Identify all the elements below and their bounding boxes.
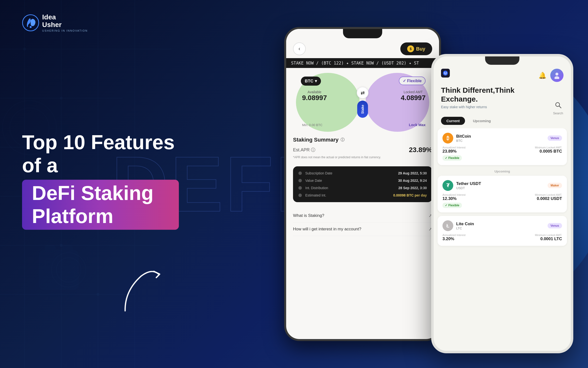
coin-ticker: USDT (456, 186, 481, 190)
stake-button[interactable]: Stake (357, 101, 368, 118)
logo-tagline: USHERING IN INNOVATION (42, 29, 88, 32)
coin-ticker: BTC (456, 139, 471, 143)
info-row-value: Value Date 30 Aug 2022, 9:24 (298, 179, 427, 183)
phones-container: ‹ $ Buy STAKE NOW / (BTC 122) ✦ STAKE NO… (284, 12, 573, 356)
svg-point-34 (555, 73, 558, 76)
flexible-badge: ✓ Flexible (442, 203, 462, 208)
user-avatar[interactable] (550, 69, 564, 82)
coin-name: Tether USDT (456, 181, 481, 186)
venn-center-controls: ⇄ Stake (357, 87, 368, 118)
coin-card-tether: ₮ Tether USDT USDT Maker Annualized Inte… (438, 176, 567, 212)
coin-name: Lite Coin (456, 222, 474, 226)
tab-current[interactable]: Current (441, 117, 465, 125)
section-upcoming-label: Upcoming (438, 169, 567, 176)
svg-point-35 (554, 76, 559, 79)
venn-diagram: BTC ▾ ✓ Flexible Available 9.08997 Locke… (286, 68, 439, 137)
ltc-icon: Ł (442, 220, 453, 231)
tab-upcoming[interactable]: Upcoming (467, 117, 496, 125)
coin-card-bitcoin: ₿ BitCoin BTC Venus Annualized Interest … (438, 128, 567, 165)
apr-row: Est.APR ⓘ 23.89% (293, 146, 432, 154)
coin-info: ₮ Tether USDT USDT (442, 180, 481, 191)
svg-rect-26 (62, 245, 72, 251)
search-icon[interactable] (553, 100, 564, 110)
svg-rect-28 (62, 259, 75, 267)
phone1-content: ‹ $ Buy STAKE NOW / (BTC 122) ✦ STAKE NO… (286, 29, 439, 339)
coin-list: ₿ BitCoin BTC Venus Annualized Interest … (434, 128, 571, 351)
btc-icon: ₿ (442, 133, 453, 144)
title-line1: Top 10 Features of a (22, 131, 179, 177)
svg-rect-29 (43, 272, 75, 277)
coin-badge-venus: Venus (548, 223, 562, 228)
svg-rect-24 (39, 250, 78, 289)
lock-max[interactable]: Lock Max (409, 123, 426, 127)
staking-summary: Staking Summary ⓘ Est.APR ⓘ 23.89% *APR … (286, 137, 439, 163)
svg-point-11 (60, 97, 62, 99)
coin-stats: Annualized Interest 3.20% Minimum Locked… (442, 234, 562, 241)
logo: Idea Usher USHERING IN INNOVATION (22, 13, 88, 32)
svg-point-31 (30, 26, 32, 28)
bell-icon[interactable]: 🔔 (539, 72, 546, 79)
coin-card-litecoin: Ł Lite Coin LTC Venus Annualized Interes… (438, 216, 567, 246)
svg-point-10 (23, 48, 26, 50)
info-dot (298, 194, 302, 197)
phone1-notch (343, 29, 382, 38)
coin-symbol-icon: $ (407, 45, 414, 52)
btc-dropdown[interactable]: BTC ▾ (301, 77, 321, 86)
svg-line-37 (559, 106, 561, 108)
header-icons: 🔔 (539, 69, 564, 82)
logo-usher: Usher (42, 21, 88, 29)
main-title: Top 10 Features of a DeFi Staking Platfo… (22, 131, 179, 230)
coin-badge-venus: Venus (548, 135, 562, 141)
logo-idea: Idea (42, 13, 88, 21)
ticker-bar: STAKE NOW / (BTC 122) ✦ STAKE NOW / (USD… (286, 58, 439, 68)
coin-card-header: Ł Lite Coin LTC Venus (442, 220, 562, 231)
phone1: ‹ $ Buy STAKE NOW / (BTC 122) ✦ STAKE NO… (284, 27, 441, 341)
info-row-subscription: Subscription Date 29 Aug 2022, 5:30 (298, 171, 427, 175)
faq-section: What is Staking? ↗ How will i get intere… (286, 205, 439, 240)
exchange-subtitle: Easy stake with higher returns (441, 105, 564, 109)
coin-card-header: ₿ BitCoin BTC Venus (442, 133, 562, 144)
phone2-content: U 🔔 (434, 56, 571, 351)
svg-point-15 (97, 293, 99, 296)
title-highlight: DeFi Staking Platform (22, 180, 179, 230)
info-dot (298, 171, 302, 175)
svg-rect-25 (45, 245, 55, 251)
faq-item-1[interactable]: What is Staking? ↗ (293, 209, 432, 223)
coin-info: Ł Lite Coin LTC (442, 220, 474, 231)
info-box: Subscription Date 29 Aug 2022, 5:30 Valu… (293, 166, 432, 202)
info-dot (298, 179, 302, 182)
flexible-badge: ✓ Flexible (442, 155, 462, 161)
phone2-notch (485, 56, 519, 65)
locked-amount: Locked AMT 4.08997 (401, 90, 426, 102)
info-row-estimated: Estimated Int. 0.00098 BTC per day (298, 193, 427, 197)
search-area: Search (553, 100, 564, 115)
svg-rect-21 (0, 125, 3, 131)
coin-ticker: LTC (456, 226, 474, 230)
min-amount: Min: 0.00 BTC (302, 123, 322, 127)
usdt-icon: ₮ (442, 180, 453, 191)
svg-rect-18 (26, 97, 32, 104)
coin-badge-maker: Maker (548, 183, 562, 188)
coin-info: ₿ BitCoin BTC (442, 133, 471, 144)
svg-text:U: U (444, 71, 447, 75)
svg-point-14 (60, 244, 62, 247)
back-button[interactable]: ‹ (293, 42, 306, 55)
info-dot (298, 186, 302, 190)
coin-tabs: Current Upcoming (434, 117, 571, 128)
flexible-badge[interactable]: ✓ Flexible (399, 77, 426, 85)
apr-note: *APR does not mean the actual or predict… (293, 155, 432, 159)
app-logo-icon: U (441, 69, 450, 78)
coin-stats: Annualized Interest 23.89% Minimum Locke… (442, 146, 562, 154)
svg-rect-20 (61, 125, 68, 131)
svg-rect-27 (45, 259, 58, 267)
hero-content: Top 10 Features of a DeFi Staking Platfo… (22, 131, 179, 237)
coin-name: BitCoin (456, 134, 471, 139)
ticker-text: STAKE NOW / (BTC 122) ✦ STAKE NOW / (USD… (291, 61, 419, 66)
swap-button[interactable]: ⇄ (357, 87, 368, 99)
available-amount: Available 9.08997 (302, 90, 327, 102)
coin-stats: Annualized Interest 12.30% Minimum Locke… (442, 193, 562, 201)
coin-card-header: ₮ Tether USDT USDT Maker (442, 180, 562, 191)
buy-button[interactable]: $ Buy (400, 42, 432, 55)
faq-item-2[interactable]: How will i get interest in my account? ↗ (293, 223, 432, 236)
summary-title: Staking Summary ⓘ (293, 137, 432, 143)
